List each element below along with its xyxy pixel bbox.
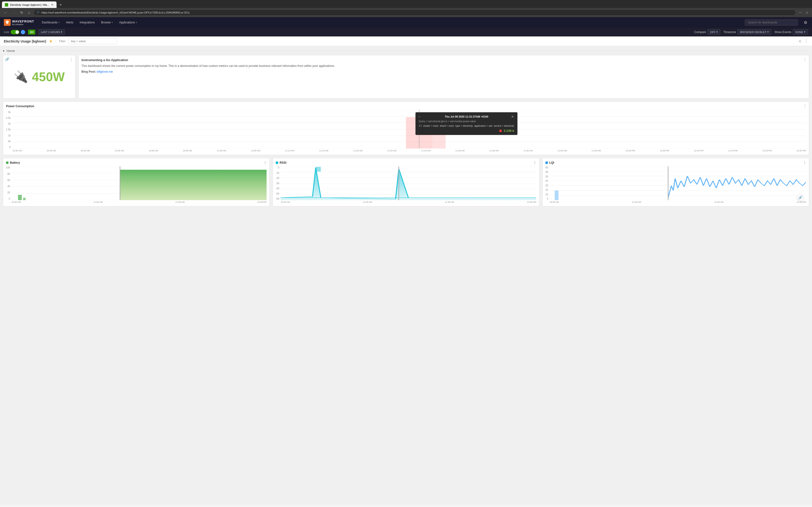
share-icon[interactable]: ⎋ (799, 39, 801, 44)
x-label-1030: 10:30 AM (12, 150, 22, 152)
rssi-y-axis: 0 -10 -20 -30 -40 -50 -60 (276, 166, 279, 200)
bottom-panels-row: Battery ⋮ 100 80 60 40 20 0 (3, 158, 809, 207)
compare-chevron: ▾ (716, 31, 718, 34)
dashboard-title: Electiicity Usage (bglover) (4, 39, 46, 43)
lqi-chart-svg (550, 166, 806, 200)
svg-rect-18 (120, 170, 266, 200)
timezone-label: Timezone (723, 31, 736, 34)
x-label-1050: 10:50 AM (149, 150, 158, 152)
x-label-1210: 12:10 PM (694, 150, 704, 152)
nav-applications-label: Applications (119, 21, 135, 24)
live-toggle[interactable] (11, 30, 19, 34)
rssi-svg-container: 10:30 AM 11:00 AM 11:30 AM 12:00 PM (281, 166, 536, 203)
lqi-x-axis: 10:30 AM 11:00 AM 11:30 AM 12:00 PM (550, 201, 806, 203)
section-home[interactable]: ▾ Home (3, 49, 809, 53)
tooltip-tag-application: application = owl (474, 125, 492, 127)
svg-rect-39 (555, 190, 558, 200)
timezone-button[interactable]: BROWSER DEFAULT ▾ (738, 29, 772, 35)
more-options-icon[interactable]: ⋮ (804, 39, 808, 44)
x-label-1035: 10:35 AM (47, 150, 56, 152)
nav-dashboards[interactable]: Dashboards ▾ (39, 19, 63, 26)
favorite-icon[interactable]: ★ (49, 39, 52, 44)
time-2h-button[interactable]: 2H (28, 30, 35, 35)
x-label-1110: 11:10 AM (285, 150, 294, 152)
power-chart-menu-icon[interactable]: ⋮ (803, 104, 807, 108)
section-divider (17, 51, 809, 51)
y-label-1k: 1k (6, 134, 11, 137)
tooltip-close-button[interactable]: ✕ (511, 115, 514, 119)
filter-input[interactable] (68, 38, 117, 44)
logo-subtitle: by vmware (12, 23, 34, 25)
x-label-1105: 11:05 AM (251, 150, 260, 152)
rssi-title-row: RSSI ⋮ (276, 161, 536, 164)
tooltip-time: Thu Jul 09 2020 11:31:37AM +0100 (445, 115, 488, 118)
separator: | (55, 40, 56, 43)
chart-tooltip: + Thu Jul 09 2020 11:31:37AM +0100 ✕ Que… (415, 112, 518, 135)
tab-bar: Electiicity Usage (bglover) | Wa... ✕ + (0, 0, 812, 8)
logo-title: WAVEFRONT (12, 19, 34, 23)
battery-dot (6, 162, 8, 164)
address-bar[interactable]: 🛡 https://surf.wavefront.com/dashboards/… (33, 9, 796, 16)
nav-browse[interactable]: Browse ▾ (98, 19, 116, 26)
nav-integrations[interactable]: Integrations (77, 19, 98, 26)
x-label-1140: 11:40 AM (489, 150, 499, 152)
nav-integrations-label: Integrations (80, 21, 95, 24)
nav-applications[interactable]: Applications ▾ (116, 19, 140, 26)
power-panel-menu-icon[interactable]: ⋮ (69, 57, 73, 62)
settings-icon[interactable]: ⚙ (803, 19, 808, 26)
nav-dashboards-label: Dashboards (42, 21, 57, 24)
power-chart-svg (12, 110, 806, 149)
rssi-chart-container: 0 -10 -20 -30 -40 -50 -60 (276, 166, 536, 203)
tooltip-value: 3.139 k (504, 129, 514, 132)
compare-value: OFF (710, 31, 715, 34)
x-label-1200: 12:00 PM (626, 150, 635, 152)
logo-icon (4, 19, 11, 26)
reload-button[interactable]: ↻ (19, 10, 24, 15)
active-tab[interactable]: Electiicity Usage (bglover) | Wa... ✕ (2, 1, 57, 8)
tooltip-tag-cluster: cluster = none (423, 125, 439, 127)
compare-button[interactable]: OFF ▾ (707, 29, 720, 35)
lqi-menu-icon[interactable]: ⋮ (803, 161, 806, 164)
x-label-1220: 12:20 PM (762, 150, 772, 152)
battery-title: Battery (10, 161, 20, 164)
rssi-panel: RSSI ⋮ 0 -10 -20 -30 -40 -50 -60 (272, 158, 540, 207)
power-chart-svg-container: 10:30 AM 10:35 AM 10:40 AM 10:45 AM 10:5… (12, 110, 806, 152)
blog-label: Blog Post: (82, 70, 96, 73)
battery-y-axis: 100 80 60 40 20 0 (6, 166, 10, 200)
forward-button[interactable]: → (11, 10, 17, 15)
section-collapse-icon: ▾ (3, 49, 5, 53)
lqi-dot (546, 162, 548, 164)
tab-close-button[interactable]: ✕ (51, 3, 54, 6)
power-panel-link-icon[interactable]: 🔗 (5, 57, 9, 61)
extensions-button[interactable]: ⋯ (798, 10, 803, 15)
show-events-button[interactable]: NONE ▾ (793, 29, 808, 35)
rssi-menu-icon[interactable]: ⋮ (534, 161, 536, 164)
back-button[interactable]: ← (2, 10, 9, 15)
show-events-value: NONE (795, 31, 803, 34)
power-chart-x-axis: 10:30 AM 10:35 AM 10:40 AM 10:45 AM 10:5… (12, 150, 806, 152)
lqi-y-axis: 40 35 30 25 20 15 10 5 (546, 166, 548, 200)
nav-alerts[interactable]: Alerts (63, 19, 77, 26)
battery-menu-icon[interactable]: ⋮ (264, 161, 266, 164)
live-badge: Live (4, 30, 25, 34)
live-label: Live (4, 31, 9, 34)
search-input[interactable] (745, 19, 798, 25)
description-panel-menu-icon[interactable]: ⋮ (803, 57, 807, 62)
tooltip-tag-shard: shard = none (440, 125, 454, 127)
panel-blog-link: Blog Post: billglover.me (82, 70, 806, 73)
security-icon: 🛡 (37, 11, 39, 14)
home-button[interactable]: ⌂ (27, 10, 32, 15)
tag-icon: 🏷 (419, 124, 422, 127)
logo-text-group: WAVEFRONT by vmware (12, 19, 34, 25)
power-chart-y-axis: 3k 2.5k 2k 1.5k 1k .5k 0 (6, 110, 11, 149)
power-chart-container: 3k 2.5k 2k 1.5k 1k .5k 0 (6, 110, 806, 152)
bookmark-button[interactable]: ☆ (805, 10, 810, 15)
blog-url[interactable]: billglover.me (97, 70, 113, 73)
lqi-title: LQI (549, 161, 554, 164)
time-range-button[interactable]: LAST 2 HOURS ▾ (38, 29, 65, 35)
new-tab-button[interactable]: + (57, 2, 63, 8)
show-events-section: Show Events NONE ▾ (774, 29, 808, 35)
link-button[interactable]: 🔗 (797, 194, 804, 201)
battery-chart-container: 100 80 60 40 20 0 (6, 166, 266, 203)
x-label-1225: 12:25 PM (797, 150, 806, 152)
